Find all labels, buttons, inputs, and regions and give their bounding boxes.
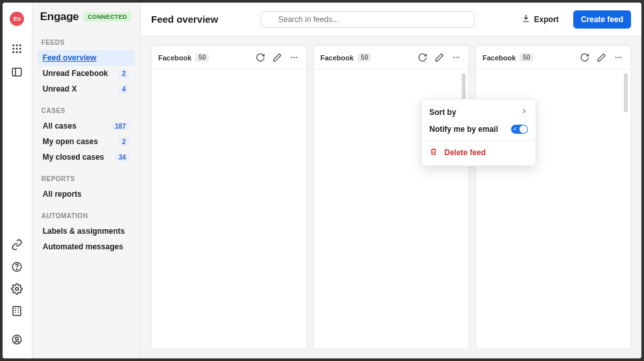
- svg-point-24: [617, 57, 619, 58]
- more-icon[interactable]: [450, 52, 462, 64]
- group-cases: CASES: [38, 103, 135, 118]
- brand-name: Engage: [40, 10, 79, 23]
- svg-point-3: [13, 48, 15, 50]
- divider: [422, 140, 536, 141]
- nav-label: My closed cases: [43, 153, 104, 162]
- nav-automated-messages[interactable]: Automated messages: [38, 239, 135, 255]
- column-count: 50: [519, 53, 533, 62]
- help-icon[interactable]: [7, 257, 27, 277]
- refresh-icon[interactable]: [416, 52, 428, 64]
- group-feeds: FEEDS: [38, 35, 135, 50]
- svg-point-17: [291, 57, 292, 58]
- svg-rect-13: [13, 306, 21, 316]
- nav-label: Automated messages: [43, 242, 123, 251]
- svg-point-11: [17, 269, 18, 269]
- menu-sort-by[interactable]: Sort by: [422, 103, 536, 121]
- nav-all-cases[interactable]: All cases 187: [38, 118, 135, 134]
- nav-my-closed-cases[interactable]: My closed cases 34: [38, 149, 135, 165]
- nav-badge: 34: [115, 153, 130, 162]
- group-reports: REPORTS: [38, 171, 135, 186]
- scrollbar[interactable]: [624, 73, 628, 112]
- column-count: 50: [357, 53, 371, 62]
- menu-label: Notify me by email: [429, 125, 498, 134]
- search-input[interactable]: [261, 11, 475, 28]
- nav-label: All cases: [43, 121, 77, 131]
- more-icon[interactable]: [288, 52, 300, 64]
- svg-point-1: [16, 44, 18, 46]
- export-label: Export: [534, 15, 559, 24]
- nav-label: Unread X: [43, 84, 77, 93]
- export-button[interactable]: Export: [518, 11, 563, 27]
- settings-icon[interactable]: [7, 279, 27, 299]
- nav-badge: 2: [118, 69, 130, 78]
- svg-point-18: [293, 57, 294, 58]
- download-icon: [521, 14, 531, 25]
- column-title: Facebook: [158, 54, 191, 62]
- column-menu: Sort by Notify me by email ✓ Delete feed: [421, 99, 536, 166]
- panel-icon[interactable]: [7, 62, 27, 82]
- page-title: Feed overview: [151, 14, 218, 25]
- menu-notify-email[interactable]: Notify me by email ✓: [422, 121, 536, 138]
- feed-column: Facebook 50: [475, 45, 631, 349]
- svg-point-20: [453, 57, 454, 58]
- nav-label: Unread Facebook: [43, 69, 108, 78]
- nav-label: Feed overview: [43, 53, 97, 62]
- nav-label: Labels & assignments: [43, 227, 125, 236]
- nav-badge: 4: [118, 85, 130, 93]
- menu-delete-feed[interactable]: Delete feed: [422, 143, 536, 162]
- chevron-right-icon: [520, 107, 528, 117]
- create-feed-button[interactable]: Create feed: [573, 10, 631, 29]
- svg-point-19: [296, 57, 297, 58]
- edit-icon[interactable]: [595, 52, 607, 64]
- nav-badge: 2: [118, 138, 130, 146]
- nav-badge: 187: [111, 122, 130, 131]
- edit-icon[interactable]: [271, 52, 283, 64]
- column-title: Facebook: [320, 54, 353, 62]
- nav-unread-x[interactable]: Unread X 4: [38, 81, 135, 97]
- svg-point-0: [13, 44, 15, 46]
- svg-point-21: [455, 57, 457, 58]
- svg-point-12: [16, 288, 19, 291]
- more-icon[interactable]: [612, 52, 624, 64]
- svg-point-2: [19, 44, 21, 46]
- app-logo[interactable]: En: [10, 12, 24, 26]
- nav-my-open-cases[interactable]: My open cases 2: [38, 134, 135, 149]
- account-icon[interactable]: [7, 330, 27, 349]
- nav-unread-facebook[interactable]: Unread Facebook 2: [38, 66, 135, 81]
- svg-point-4: [16, 48, 18, 50]
- svg-point-23: [615, 57, 616, 58]
- refresh-icon[interactable]: [578, 52, 590, 64]
- svg-point-8: [19, 51, 21, 53]
- svg-point-7: [16, 51, 18, 53]
- nav-label: All reports: [43, 190, 82, 199]
- column-count: 50: [195, 53, 209, 62]
- svg-rect-9: [13, 68, 22, 76]
- svg-point-5: [19, 48, 21, 50]
- nav-all-reports[interactable]: All reports: [38, 186, 135, 202]
- menu-label: Sort by: [429, 108, 456, 117]
- nav-feed-overview[interactable]: Feed overview: [38, 50, 135, 66]
- connection-status: CONNECTED: [84, 12, 131, 21]
- apps-icon[interactable]: [7, 39, 27, 58]
- feed-column: Facebook 50: [313, 45, 469, 349]
- svg-point-6: [13, 51, 15, 53]
- trash-icon: [429, 147, 438, 158]
- group-automation: AUTOMATION: [38, 208, 135, 223]
- nav-labels-assignments[interactable]: Labels & assignments: [38, 223, 135, 239]
- column-title: Facebook: [483, 54, 516, 62]
- link-icon[interactable]: [7, 235, 27, 255]
- edit-icon[interactable]: [433, 52, 445, 64]
- feed-column: Facebook 50: [151, 45, 307, 349]
- svg-point-22: [458, 57, 459, 58]
- svg-point-25: [620, 57, 621, 58]
- refresh-icon[interactable]: [254, 52, 266, 64]
- menu-label: Delete feed: [444, 148, 486, 157]
- nav-label: My open cases: [43, 137, 98, 146]
- toggle-switch[interactable]: ✓: [511, 125, 528, 134]
- svg-point-15: [16, 337, 19, 340]
- building-icon[interactable]: [7, 301, 27, 321]
